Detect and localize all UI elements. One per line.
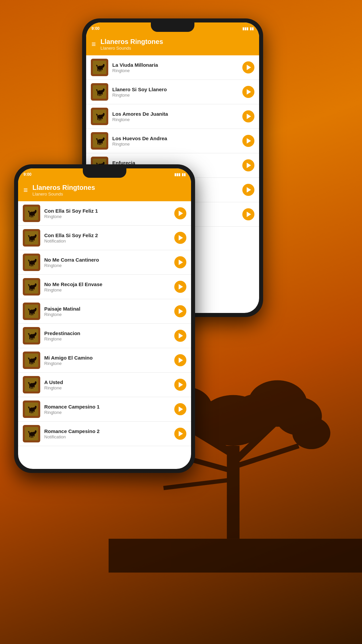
app-title-front: Llaneros Ringtones [33, 184, 95, 192]
app-title-back: Llaneros Ringtones [101, 38, 163, 46]
svg-rect-134 [34, 336, 35, 338]
song-item[interactable]: Con Ella Si Soy Feliz 2 Notification [18, 226, 191, 250]
song-type: Ringtone [44, 263, 170, 268]
svg-rect-116 [34, 287, 35, 289]
song-type: Ringtone [44, 214, 170, 219]
play-button[interactable] [242, 135, 254, 147]
song-item[interactable]: La Viuda Millonaria Ringtone [86, 55, 259, 80]
app-subtitle-back: Llanero Sounds [101, 46, 163, 51]
svg-point-129 [36, 308, 37, 310]
play-button[interactable] [174, 379, 186, 391]
svg-rect-154 [31, 386, 32, 389]
play-button[interactable] [242, 110, 254, 122]
battery-icon-front: ▮▮ [182, 172, 186, 177]
svg-point-165 [36, 406, 37, 408]
svg-rect-56 [98, 142, 98, 144]
song-type: Notification [44, 238, 170, 244]
song-name: Llanero Si Soy Llanero [112, 86, 238, 93]
play-button[interactable] [174, 256, 186, 268]
svg-rect-125 [34, 311, 35, 314]
play-button[interactable] [174, 281, 186, 293]
play-button[interactable] [242, 184, 254, 196]
song-item[interactable]: Predestinacion Ringtone [18, 324, 191, 348]
song-item[interactable]: A Usted Ringtone [18, 373, 191, 397]
svg-rect-161 [34, 409, 35, 412]
svg-point-18 [292, 417, 330, 449]
time-back: 9:00 [92, 26, 100, 31]
song-name: Paisaje Matinal [44, 306, 170, 312]
svg-rect-108 [33, 264, 33, 266]
svg-rect-152 [34, 385, 35, 387]
svg-rect-107 [34, 262, 35, 265]
song-thumbnail [23, 327, 40, 344]
song-item[interactable]: No Me Corra Cantinero Ringtone [18, 250, 191, 275]
svg-rect-45 [101, 118, 101, 120]
svg-rect-135 [33, 337, 33, 340]
svg-rect-172 [31, 435, 32, 438]
song-thumbnail [91, 83, 108, 101]
svg-rect-26 [102, 67, 103, 70]
song-item[interactable]: Romance Campesino 1 Ringtone [18, 397, 191, 422]
play-button[interactable] [242, 159, 254, 171]
signal-icon-front: ▮▮▮ [174, 172, 180, 177]
notch-front [83, 168, 126, 178]
menu-icon-front[interactable]: ≡ [23, 186, 28, 195]
song-type: Ringtone [112, 142, 238, 147]
app-subtitle-front: Llanero Sounds [33, 192, 95, 197]
song-info: Mi Amigo El Camino Ringtone [44, 355, 170, 366]
song-thumbnail [23, 278, 40, 296]
song-item[interactable]: No Me Recoja El Envase Ringtone [18, 275, 191, 299]
svg-point-66 [104, 162, 105, 164]
song-item[interactable]: Los Huevos De Andrea Ringtone [86, 129, 259, 153]
play-button[interactable] [174, 232, 186, 244]
play-button[interactable] [242, 61, 254, 73]
play-button[interactable] [174, 207, 186, 219]
svg-point-156 [36, 382, 37, 383]
song-info: Los Amores De Juanita Ringtone [112, 111, 238, 122]
song-item[interactable]: Llanero Si Soy Llanero Ringtone [86, 80, 259, 104]
svg-rect-27 [101, 69, 101, 71]
svg-rect-163 [31, 411, 32, 414]
song-thumbnail [23, 254, 40, 271]
svg-rect-128 [29, 312, 30, 315]
song-item[interactable]: Con Ella Si Soy Feliz 1 Ringtone [18, 201, 191, 226]
play-button[interactable] [174, 403, 186, 415]
svg-point-20 [233, 394, 280, 430]
app-header-front: ≡ Llaneros Ringtones Llanero Sounds [18, 180, 191, 201]
svg-rect-101 [29, 238, 30, 241]
song-thumbnail [91, 132, 108, 150]
song-info: No Me Corra Cantinero Ringtone [44, 257, 170, 268]
svg-rect-46 [99, 118, 100, 121]
song-thumbnail [23, 229, 40, 247]
svg-rect-137 [29, 336, 30, 339]
song-info: Llanero Si Soy Llanero Ringtone [112, 86, 238, 98]
song-item[interactable]: Mi Amigo El Camino Ringtone [18, 348, 191, 373]
front-phone-screen: 9:00 ▮▮▮ ▮▮ ≡ Llaneros Ringtones Llanero… [18, 168, 191, 469]
song-info: A Usted Ringtone [44, 379, 170, 391]
svg-rect-53 [102, 141, 103, 144]
song-item[interactable]: Paisaje Matinal Ringtone [18, 299, 191, 324]
svg-rect-155 [29, 385, 30, 388]
status-icons-back: ▮▮▮ ▮▮ [242, 26, 254, 31]
svg-rect-0 [109, 539, 362, 573]
time-front: 9:00 [23, 172, 32, 177]
song-thumbnail [23, 303, 40, 320]
play-button[interactable] [242, 86, 254, 98]
svg-rect-119 [29, 287, 30, 290]
play-button[interactable] [174, 330, 186, 342]
play-button[interactable] [174, 354, 186, 366]
svg-rect-143 [34, 360, 35, 363]
svg-rect-100 [31, 239, 32, 242]
song-item[interactable]: Los Amores De Juanita Ringtone [86, 104, 259, 129]
song-type: Ringtone [44, 336, 170, 341]
play-button[interactable] [174, 305, 186, 317]
song-type: Ringtone [112, 117, 238, 122]
play-button[interactable] [242, 208, 254, 220]
play-button[interactable] [174, 428, 186, 440]
svg-point-147 [36, 357, 37, 359]
svg-rect-47 [98, 117, 98, 120]
song-item[interactable]: Romance Campesino 2 Notification [18, 422, 191, 446]
menu-icon-back[interactable]: ≡ [92, 40, 96, 49]
song-info: La Viuda Millonaria Ringtone [112, 62, 238, 73]
svg-rect-55 [99, 143, 100, 145]
